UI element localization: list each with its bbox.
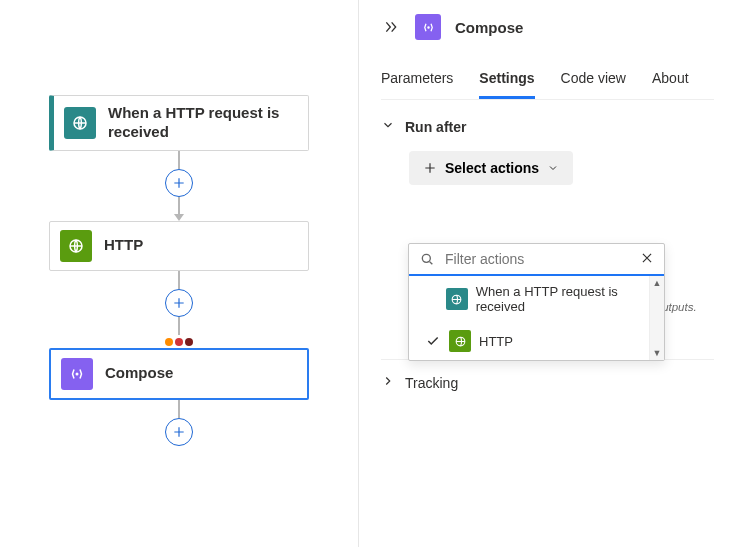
svg-point-3 — [427, 26, 428, 27]
tab-codeview[interactable]: Code view — [561, 64, 626, 99]
panel-tabs: Parameters Settings Code view About — [381, 64, 714, 100]
chevron-down-icon — [547, 162, 559, 174]
svg-point-2 — [76, 373, 78, 375]
chevron-right-icon — [381, 374, 395, 391]
request-trigger-icon — [64, 107, 96, 139]
scroll-down-icon[interactable]: ▼ — [653, 346, 662, 360]
workflow-card-compose[interactable]: Compose — [49, 348, 309, 400]
connector-line-dashed — [178, 317, 180, 335]
tab-about[interactable]: About — [652, 64, 689, 99]
section-heading: Run after — [405, 119, 466, 135]
chevron-down-icon — [381, 118, 395, 135]
workflow-card-title: When a HTTP request is received — [108, 104, 298, 142]
connector-line — [178, 197, 180, 215]
connector-line — [178, 400, 180, 418]
tab-parameters[interactable]: Parameters — [381, 64, 453, 99]
section-heading: Tracking — [405, 375, 458, 391]
add-step-button[interactable] — [165, 169, 193, 197]
connector-line — [178, 151, 180, 169]
http-action-icon — [60, 230, 92, 262]
compose-action-icon — [61, 358, 93, 390]
section-tracking[interactable]: Tracking — [381, 374, 714, 391]
scroll-up-icon[interactable]: ▲ — [653, 276, 662, 290]
workflow-card-http[interactable]: HTTP — [49, 221, 309, 271]
section-run-after[interactable]: Run after — [381, 118, 714, 135]
dropdown-option-label: HTTP — [479, 334, 513, 349]
filter-actions-input[interactable] — [443, 250, 632, 268]
add-step-button[interactable] — [165, 418, 193, 446]
select-actions-label: Select actions — [445, 160, 539, 176]
workflow-card-title: HTTP — [104, 236, 143, 255]
http-action-icon — [449, 330, 471, 352]
compose-action-icon — [415, 14, 441, 40]
select-actions-dropdown: When a HTTP request is received HTTP ▲ ▼ — [408, 243, 665, 361]
plus-icon — [423, 161, 437, 175]
workflow-card-trigger[interactable]: When a HTTP request is received — [49, 95, 309, 151]
svg-point-4 — [422, 254, 430, 262]
dropdown-option-label: When a HTTP request is received — [476, 284, 631, 314]
request-trigger-icon — [446, 288, 468, 310]
workflow-card-title: Compose — [105, 364, 173, 383]
dropdown-option-http[interactable]: HTTP — [409, 322, 649, 360]
search-icon — [419, 251, 435, 267]
panel-title: Compose — [455, 19, 523, 36]
run-after-status-beads — [165, 338, 193, 346]
close-icon[interactable] — [640, 251, 654, 268]
checkmark-icon — [425, 334, 441, 348]
collapse-panel-button[interactable] — [381, 17, 401, 37]
connector-line — [178, 271, 180, 289]
dropdown-option-trigger[interactable]: When a HTTP request is received — [409, 276, 649, 322]
dropdown-scrollbar[interactable]: ▲ ▼ — [649, 276, 664, 360]
select-actions-button[interactable]: Select actions — [409, 151, 573, 185]
add-step-button[interactable] — [165, 289, 193, 317]
arrow-down-icon — [174, 214, 184, 221]
tab-settings[interactable]: Settings — [479, 64, 534, 99]
workflow-canvas: When a HTTP request is received HTTP — [0, 0, 358, 547]
